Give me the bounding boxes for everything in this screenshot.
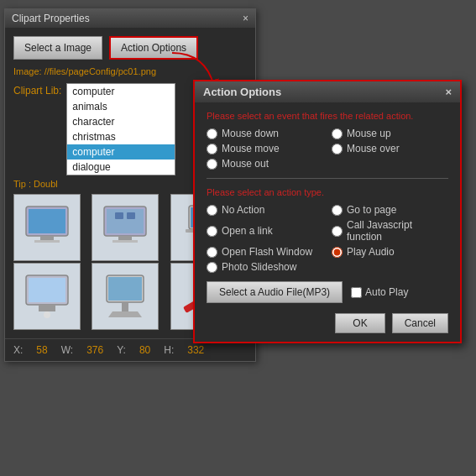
event-section-title: Please select an event that fires the re…	[207, 111, 448, 121]
svg-rect-21	[122, 302, 128, 311]
photo-slideshow-option[interactable]: Photo Slideshow	[207, 261, 323, 273]
x-label: X:	[13, 344, 23, 356]
no-action-label: No Action	[222, 204, 264, 216]
audio-row: Select a Audio File(MP3) Auto Play	[207, 281, 448, 303]
action-window-title: Action Options	[203, 86, 281, 98]
clipart-buttons-row: Select a Image Action Options	[13, 36, 247, 60]
no-action-option[interactable]: No Action	[207, 204, 323, 216]
svg-rect-16	[29, 278, 65, 302]
mouse-move-label: Mouse move	[222, 143, 280, 154]
clipart-lib-label: Clipart Lib:	[13, 85, 61, 97]
call-js-label: Call Javascript function	[347, 219, 448, 243]
clipart-window-title: Clipart Properties	[12, 13, 90, 24]
clipart-lib-dropdown[interactable]: computer animals character christmas com…	[66, 83, 175, 175]
h-value: 332	[187, 344, 204, 356]
call-js-radio[interactable]	[332, 226, 343, 237]
svg-rect-7	[112, 240, 138, 243]
mouse-down-option[interactable]: Mouse down	[207, 128, 323, 139]
action-options-window: Action Options × Please select an event …	[193, 80, 462, 343]
mouse-out-label: Mouse out	[222, 158, 269, 170]
go-to-page-option[interactable]: Go to page	[332, 204, 448, 216]
dropdown-item-computer2[interactable]: computer	[67, 144, 175, 160]
select-audio-button[interactable]: Select a Audio File(MP3)	[207, 281, 343, 303]
dropdown-item-animals[interactable]: animals	[67, 99, 175, 114]
mouse-over-label: Mouse over	[347, 143, 400, 154]
photo-slideshow-radio[interactable]	[207, 262, 217, 273]
svg-rect-2	[40, 236, 54, 240]
mouse-up-label: Mouse up	[347, 128, 391, 139]
autoplay-checkbox[interactable]	[351, 287, 362, 298]
photo-slideshow-label: Photo Slideshow	[222, 261, 296, 273]
action-body: Please select an event that fires the re…	[195, 102, 460, 342]
y-label: Y:	[117, 344, 126, 356]
mouse-out-option[interactable]: Mouse out	[207, 158, 323, 170]
svg-rect-3	[34, 240, 60, 243]
h-label: H:	[164, 344, 174, 356]
w-label: W:	[61, 344, 73, 356]
dropdown-item-character[interactable]: character	[67, 114, 175, 129]
svg-rect-20	[108, 277, 142, 301]
image-cell-1[interactable]	[13, 194, 81, 261]
clipart-close-button[interactable]: ×	[243, 13, 248, 24]
select-image-button[interactable]: Select a Image	[13, 36, 102, 60]
image-cell-5[interactable]	[92, 263, 159, 330]
dropdown-item-computer1[interactable]: computer	[67, 84, 175, 99]
svg-rect-8	[115, 212, 123, 219]
action-close-button[interactable]: ×	[445, 86, 452, 98]
action-section-title: Please select an action type.	[207, 187, 448, 197]
open-flash-option[interactable]: Open Flash Window	[207, 246, 323, 258]
mouse-out-radio[interactable]	[207, 159, 217, 170]
svg-rect-18	[39, 305, 55, 311]
play-audio-option[interactable]: Play Audio	[332, 246, 448, 258]
action-type-grid: No Action Go to page Open a link Call Ja…	[207, 204, 448, 273]
mouse-over-radio[interactable]	[332, 144, 343, 154]
w-value: 376	[86, 344, 103, 356]
dropdown-item-dialogue[interactable]: dialogue	[67, 160, 175, 175]
section-divider	[207, 178, 448, 179]
y-value: 80	[139, 344, 150, 356]
action-titlebar: Action Options ×	[195, 81, 460, 102]
dropdown-item-christmas[interactable]: christmas	[67, 129, 175, 144]
image-cell-2[interactable]	[92, 194, 159, 261]
autoplay-label-text: Auto Play	[365, 286, 408, 298]
call-js-option[interactable]: Call Javascript function	[332, 219, 448, 243]
mouse-up-radio[interactable]	[332, 128, 343, 139]
image-cell-4[interactable]	[13, 263, 81, 330]
open-link-option[interactable]: Open a link	[207, 219, 323, 243]
open-flash-radio[interactable]	[207, 247, 217, 258]
event-radio-grid: Mouse down Mouse up Mouse move Mouse ove…	[207, 128, 448, 170]
mouse-down-label: Mouse down	[222, 128, 279, 139]
play-audio-label: Play Audio	[347, 246, 395, 258]
mouse-move-option[interactable]: Mouse move	[207, 143, 323, 154]
open-flash-label: Open Flash Window	[222, 246, 312, 258]
cancel-button[interactable]: Cancel	[392, 313, 448, 333]
mouse-over-option[interactable]: Mouse over	[332, 143, 448, 154]
svg-point-17	[44, 311, 50, 318]
image-path-display: Image: //files/pageConfig/pc01.png	[13, 66, 247, 76]
open-link-radio[interactable]	[207, 226, 217, 237]
ok-cancel-row: OK Cancel	[207, 313, 448, 333]
mouse-move-radio[interactable]	[207, 144, 217, 154]
mouse-up-option[interactable]: Mouse up	[332, 128, 448, 139]
svg-rect-9	[127, 212, 135, 219]
go-to-page-label: Go to page	[347, 204, 396, 216]
no-action-radio[interactable]	[207, 205, 217, 216]
x-value: 58	[36, 344, 47, 356]
clipart-titlebar: Clipart Properties ×	[5, 9, 255, 28]
svg-rect-5	[107, 209, 144, 233]
play-audio-radio[interactable]	[332, 247, 343, 258]
autoplay-option[interactable]: Auto Play	[351, 286, 408, 298]
ok-button[interactable]: OK	[335, 313, 384, 333]
svg-rect-6	[118, 236, 132, 240]
go-to-page-radio[interactable]	[332, 205, 343, 216]
open-link-label: Open a link	[222, 225, 273, 237]
mouse-down-radio[interactable]	[207, 128, 217, 139]
action-options-button[interactable]: Action Options	[109, 36, 198, 60]
svg-rect-1	[29, 209, 65, 233]
